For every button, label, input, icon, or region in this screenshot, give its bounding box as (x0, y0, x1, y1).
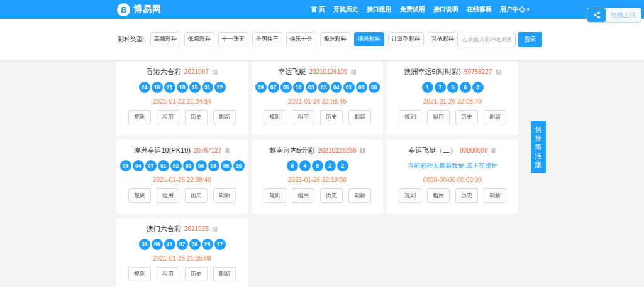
card-action-rules[interactable]: 规则 (128, 188, 151, 203)
card-title: 幸运飞艇（二） (408, 146, 457, 155)
lottery-ball: 0 (472, 82, 484, 93)
card-action-rent[interactable]: 租用 (157, 110, 179, 124)
search-input[interactable] (458, 33, 516, 46)
lottery-ball: 07 (145, 160, 157, 171)
card-action-rules[interactable]: 规则 (128, 110, 151, 124)
nav-item-home[interactable]: 首 页 (311, 5, 325, 14)
lottery-ball: 10 (293, 82, 304, 93)
nav-item-api-docs[interactable]: 接口说明 (433, 5, 458, 14)
lottery-ball: 04 (331, 82, 342, 93)
main-content: 香港六合彩 2021007 期 24162118153122 2021-01-2… (0, 60, 644, 287)
card-action-refresh[interactable]: 刷新 (213, 188, 236, 203)
card-action-rent[interactable]: 租用 (427, 110, 450, 124)
lottery-ball: 03 (120, 160, 131, 171)
switch-simple-version-button[interactable]: 切换简洁版 (531, 121, 546, 173)
filter-option-1[interactable]: 低频彩种 (184, 32, 214, 46)
card-action-history[interactable]: 历史 (320, 188, 343, 203)
share-icon (587, 8, 606, 22)
site-title: 博易网 (133, 4, 162, 15)
lottery-ball: 21 (164, 82, 175, 93)
lottery-ball: 09 (152, 239, 163, 250)
lottery-card: 幸运飞艇（二） 00000000 期 当前彩种无最新数据,或正在维护 0000-… (387, 139, 518, 214)
card-title-row: 澳洲幸运10(PK10) 20767127 期 (134, 146, 231, 155)
card-actions: 规则租用历史刷新 (399, 110, 506, 124)
card-grid: 香港六合彩 2021007 期 24162118153122 2021-01-2… (116, 61, 519, 287)
card-period-suffix: 期 (491, 147, 497, 155)
lottery-ball: 8 (287, 160, 298, 171)
filter-option-4[interactable]: 快乐十分 (286, 32, 316, 46)
lottery-ball: 7 (435, 82, 446, 93)
search-button[interactable]: 搜索 (518, 32, 542, 47)
card-title: 澳洲幸运5(时时彩) (404, 67, 461, 77)
filter-option-5[interactable]: 极速彩种 (320, 32, 350, 46)
card-action-refresh[interactable]: 刷新 (484, 188, 506, 203)
card-period: 20210126266 (318, 147, 356, 154)
lottery-ball: 16 (152, 82, 163, 93)
lottery-ball: 15 (189, 82, 201, 93)
lottery-ball: 5 (312, 160, 323, 171)
card-actions: 规则租用历史刷新 (264, 188, 371, 203)
card-action-rent[interactable]: 租用 (292, 110, 314, 124)
card-title-row: 澳门六合彩 2021025 期 (147, 224, 218, 234)
card-period-suffix: 期 (212, 68, 218, 77)
ball-row: 03040701020906080510 (120, 160, 245, 171)
card-action-history[interactable]: 历史 (185, 110, 208, 124)
card-actions: 规则租用历史刷新 (128, 110, 236, 124)
card-action-rent[interactable]: 租用 (292, 188, 314, 203)
card-title: 澳门六合彩 (147, 224, 181, 234)
card-action-rules[interactable]: 规则 (128, 267, 151, 281)
lottery-ball: 24 (139, 82, 150, 93)
card-action-rules[interactable]: 规则 (399, 110, 421, 124)
filter-option-7[interactable]: 计算型彩种 (388, 32, 424, 46)
card-action-rent[interactable]: 租用 (157, 267, 179, 281)
lottery-ball: 1 (422, 82, 433, 93)
site-logo[interactable]: B 博易网 (117, 0, 162, 19)
filter-option-3[interactable]: 全国快三 (252, 32, 282, 46)
lottery-ball: 09 (255, 82, 267, 93)
card-action-refresh[interactable]: 刷新 (348, 110, 371, 124)
filter-option-0[interactable]: 高频彩种 (150, 32, 180, 46)
drag-upload-widget[interactable]: 拖拽上传 (587, 8, 641, 23)
lottery-card: 香港六合彩 2021007 期 24162118153122 2021-01-2… (116, 61, 248, 135)
lottery-ball: 06 (369, 82, 380, 93)
lottery-ball: 07 (268, 82, 279, 93)
filter-bar: 彩种类型: 高频彩种低频彩种十一选五全国快三快乐十分极速彩种境外彩种计算型彩种其… (0, 19, 644, 60)
card-action-refresh[interactable]: 刷新 (213, 267, 236, 281)
nav-item-draw-history[interactable]: 开奖历史 (333, 5, 358, 14)
card-action-history[interactable]: 历史 (455, 110, 478, 124)
card-action-refresh[interactable]: 刷新 (484, 110, 506, 124)
card-title: 香港六合彩 (147, 67, 181, 77)
switch-button-char: 简 (535, 143, 542, 151)
card-action-history[interactable]: 历史 (320, 110, 343, 124)
lottery-card: 澳门六合彩 2021025 期 39094107362917 2021-01-2… (116, 218, 248, 287)
filter-option-8[interactable]: 其他彩种 (428, 32, 458, 46)
card-action-refresh[interactable]: 刷新 (348, 188, 371, 203)
card-action-history[interactable]: 历史 (185, 188, 208, 203)
card-action-history[interactable]: 历史 (185, 267, 208, 281)
card-action-rent[interactable]: 租用 (427, 188, 450, 203)
card-action-rules[interactable]: 规则 (399, 188, 421, 203)
ball-row: 09070510030204010806 (255, 82, 380, 93)
card-actions: 规则租用历史刷新 (264, 110, 371, 124)
card-action-refresh[interactable]: 刷新 (213, 110, 236, 124)
chevron-down-icon: ∨ (526, 7, 530, 12)
nav-item-api-rent[interactable]: 接口租用 (367, 5, 392, 14)
filter-option-6[interactable]: 境外彩种 (354, 32, 384, 46)
nav-item-user-center[interactable]: 用户中心∨ (500, 5, 530, 14)
nav-item-online-service[interactable]: 在线客服 (467, 5, 492, 14)
card-action-rules[interactable]: 规则 (264, 188, 286, 203)
card-action-rules[interactable]: 规则 (264, 110, 286, 124)
card-title-row: 越南河内5分彩 20210126266 期 (269, 146, 365, 155)
lottery-ball: 2 (325, 160, 336, 171)
nav-item-free-trial[interactable]: 免费试用 (400, 5, 425, 14)
lottery-ball: 10 (233, 160, 245, 171)
filter-option-2[interactable]: 十一选五 (218, 32, 248, 46)
header: B 博易网 首 页开奖历史接口租用免费试用接口说明在线客服用户中心∨ (0, 0, 644, 19)
card-time: 2021-01-26 22:08:40 (153, 176, 211, 183)
card-time: 2021-01-26 22:10:00 (288, 176, 347, 183)
card-action-rent[interactable]: 租用 (157, 188, 179, 203)
switch-button-char: 换 (535, 134, 542, 143)
card-action-history[interactable]: 历史 (455, 188, 478, 203)
card-title: 越南河内5分彩 (269, 146, 314, 155)
ball-row: 17560 (422, 82, 484, 93)
